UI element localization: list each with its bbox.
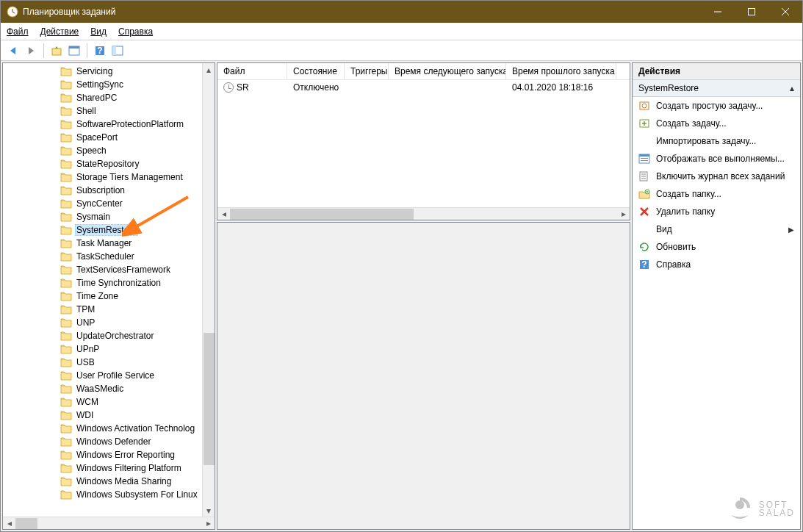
tree-item-label: WDI [75, 410, 95, 420]
maximize-button[interactable] [735, 1, 768, 23]
help-button[interactable]: ? [92, 43, 108, 59]
svg-rect-2 [52, 48, 61, 55]
tree-item-label: Servicing [75, 66, 114, 76]
tree-item[interactable]: Windows Subsystem For Linux [3, 488, 215, 501]
tree-item-label: User Profile Service [75, 370, 156, 381]
tree-item[interactable]: StateRepository [3, 157, 215, 170]
tree-item[interactable]: Speech [3, 144, 215, 157]
tree-item[interactable]: User Profile Service [3, 369, 215, 382]
tree-item[interactable]: WaaSMedic [3, 382, 215, 395]
scroll-thumb[interactable] [15, 518, 37, 529]
scroll-thumb[interactable] [204, 333, 215, 465]
tree-item[interactable]: TPM [3, 303, 215, 316]
tree-item[interactable]: UNP [3, 316, 215, 329]
tree-item-label: Windows Defender [75, 436, 152, 447]
task-horizontal-scrollbar[interactable]: ◂ ▸ [217, 207, 630, 220]
folder-tree[interactable]: ServicingSettingSyncSharedPCShellSoftwar… [3, 63, 215, 517]
task-create-icon [638, 118, 650, 129]
tree-item-label: Speech [75, 145, 108, 156]
tree-item-label: USB [75, 357, 96, 367]
tree-item[interactable]: SoftwareProtectionPlatform [3, 118, 215, 131]
column-header[interactable]: Время прошлого запуска [506, 63, 616, 79]
tree-item[interactable]: Windows Activation Technolog [3, 422, 215, 435]
tree-item[interactable]: Servicing [3, 65, 215, 78]
tree-item-label: UPnP [75, 344, 101, 354]
up-button[interactable] [48, 43, 65, 59]
action-item[interactable]: ?Справка [633, 256, 800, 273]
tree-item-label: Windows Media Sharing [75, 476, 173, 486]
action-item[interactable]: Создать задачу... [633, 115, 800, 132]
view-button[interactable] [109, 43, 126, 59]
scroll-right-icon[interactable]: ▸ [617, 208, 630, 220]
action-item[interactable]: Обновить [633, 238, 800, 256]
tree-item[interactable]: Windows Defender [3, 435, 215, 448]
tree-item[interactable]: WCM [3, 395, 215, 409]
tree-item[interactable]: WDI [3, 409, 215, 422]
menu-view[interactable]: Вид [90, 26, 107, 37]
tree-item[interactable]: UPnP [3, 342, 215, 356]
scroll-right-icon[interactable]: ▸ [202, 517, 215, 530]
tree-item[interactable]: SystemRestore [3, 223, 215, 237]
tree-item[interactable]: TaskScheduler [3, 250, 215, 263]
tree-item[interactable]: Windows Media Sharing [3, 475, 215, 488]
column-header[interactable]: Триггеры [345, 63, 389, 79]
blank-icon [638, 135, 650, 147]
tree-item[interactable]: Windows Filtering Platform [3, 461, 215, 475]
tree-item[interactable]: SettingSync [3, 78, 215, 91]
action-item[interactable]: Импортировать задачу... [633, 132, 800, 150]
tree-item[interactable]: SharedPC [3, 91, 215, 104]
column-header[interactable]: Состояние [287, 63, 345, 79]
tree-item[interactable]: Sysmain [3, 210, 215, 223]
refresh-icon [638, 241, 650, 253]
action-item[interactable]: Отображать все выполняемы... [633, 150, 800, 168]
action-item[interactable]: Создать папку... [633, 185, 800, 203]
action-label: Вид [656, 224, 672, 234]
tree-item[interactable]: SpacePort [3, 131, 215, 144]
tree-item[interactable]: Storage Tiers Management [3, 170, 215, 184]
action-label: Включить журнал всех заданий [656, 171, 785, 181]
actions-context[interactable]: SystemRestore ▴ [633, 80, 800, 97]
action-item[interactable]: Создать простую задачу... [633, 97, 800, 115]
tree-item-label: SoftwareProtectionPlatform [75, 119, 185, 129]
column-header[interactable]: Файл [217, 63, 287, 79]
action-label: Отображать все выполняемы... [656, 154, 785, 164]
svg-rect-14 [641, 158, 648, 159]
tree-item[interactable]: Time Zone [3, 290, 215, 303]
tree-item[interactable]: USB [3, 356, 215, 369]
svg-rect-15 [641, 160, 648, 161]
menu-action[interactable]: Действие [40, 26, 79, 37]
forward-button[interactable] [23, 43, 39, 59]
action-item[interactable]: Вид▶ [633, 220, 800, 238]
clock-icon [223, 82, 234, 93]
tree-item[interactable]: TextServicesFramework [3, 263, 215, 276]
action-label: Импортировать задачу... [656, 136, 756, 146]
task-row[interactable]: SRОтключено04.01.2020 18:18:16 [217, 80, 630, 95]
column-header[interactable]: Время следующего запуска [389, 63, 506, 79]
minimize-button[interactable] [701, 1, 735, 23]
scroll-down-icon[interactable]: ▾ [203, 504, 215, 517]
action-item[interactable]: Включить журнал всех заданий [633, 168, 800, 185]
tree-item[interactable]: SyncCenter [3, 197, 215, 210]
close-button[interactable] [768, 1, 802, 23]
tree-item[interactable]: Time Synchronization [3, 276, 215, 290]
tree-item[interactable]: UpdateOrchestrator [3, 329, 215, 342]
scroll-up-icon[interactable]: ▴ [203, 63, 215, 76]
tree-item-label: TaskScheduler [75, 251, 136, 262]
tree-item[interactable]: Subscription [3, 184, 215, 197]
tree-item[interactable]: Task Manager [3, 237, 215, 250]
properties-button[interactable] [66, 43, 82, 59]
tree-item-label: SystemRestore [75, 224, 138, 236]
tree-item[interactable]: Shell [3, 104, 215, 118]
action-label: Удалить папку [656, 206, 715, 217]
tree-horizontal-scrollbar[interactable]: ◂ ▸ [3, 517, 215, 529]
scroll-left-icon[interactable]: ◂ [217, 208, 230, 220]
tree-item[interactable]: Windows Error Reporting [3, 448, 215, 461]
task-list-header[interactable]: ФайлСостояниеТриггерыВремя следующего за… [217, 63, 630, 80]
scroll-left-icon[interactable]: ◂ [3, 517, 15, 530]
tree-vertical-scrollbar[interactable]: ▴ ▾ [202, 63, 215, 517]
back-button[interactable] [5, 43, 21, 59]
action-item[interactable]: Удалить папку [633, 203, 800, 220]
menu-help[interactable]: Справка [118, 26, 153, 37]
scroll-thumb[interactable] [230, 209, 414, 220]
menu-file[interactable]: Файл [7, 26, 29, 37]
